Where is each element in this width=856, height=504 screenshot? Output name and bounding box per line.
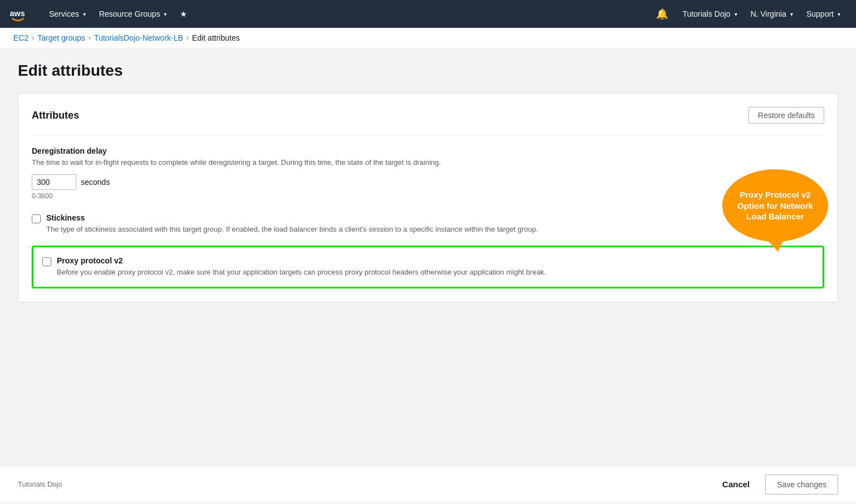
deregistration-input-row: seconds bbox=[32, 174, 824, 190]
tutorials-dojo-chevron-icon: ▾ bbox=[735, 11, 737, 17]
speech-bubble: Proxy Protocol v2 Option for Network Loa… bbox=[722, 169, 828, 242]
nav-support[interactable]: Support ▾ bbox=[800, 0, 847, 28]
nav-resource-groups[interactable]: Resource Groups ▾ bbox=[93, 0, 174, 28]
breadcrumb-target-groups[interactable]: Target groups bbox=[37, 33, 85, 42]
nav-services[interactable]: Services ▾ bbox=[42, 0, 93, 28]
proxy-protocol-section: Proxy Protocol v2 Option for Network Loa… bbox=[32, 246, 824, 288]
card-title: Attributes bbox=[32, 110, 79, 121]
breadcrumb-lb[interactable]: TutorialsDojo-Network-LB bbox=[94, 33, 183, 42]
deregistration-title: Deregistration delay bbox=[32, 146, 824, 155]
breadcrumb-sep-2: › bbox=[89, 34, 91, 42]
nav-region[interactable]: N. Virginia ▾ bbox=[744, 0, 800, 28]
stickiness-label: Stickiness bbox=[46, 213, 538, 222]
stickiness-row: Stickiness The type of stickiness associ… bbox=[32, 213, 824, 234]
resource-groups-chevron-icon: ▾ bbox=[164, 11, 167, 17]
breadcrumb: EC2 › Target groups › TutorialsDojo-Netw… bbox=[0, 28, 856, 48]
deregistration-desc: The time to wait for in-flight requests … bbox=[32, 158, 824, 168]
nav-tutorials-dojo[interactable]: Tutorials Dojo ▾ bbox=[676, 0, 744, 28]
breadcrumb-sep-1: › bbox=[32, 34, 34, 42]
svg-text:aws: aws bbox=[10, 9, 25, 18]
footer: Tutorials Dojo Cancel Save changes bbox=[0, 466, 856, 502]
footer-actions: Cancel Save changes bbox=[716, 474, 838, 495]
nav-right: 🔔 Tutorials Dojo ▾ N. Virginia ▾ Support… bbox=[648, 0, 847, 28]
stickiness-desc: The type of stickiness associated with t… bbox=[46, 224, 538, 234]
stickiness-checkbox[interactable] bbox=[32, 214, 41, 223]
speech-bubble-container: Proxy Protocol v2 Option for Network Loa… bbox=[722, 169, 834, 242]
bell-icon[interactable]: 🔔 bbox=[648, 0, 676, 28]
proxy-protocol-content: Proxy protocol v2 Before you enable prox… bbox=[57, 256, 546, 277]
save-changes-button[interactable]: Save changes bbox=[765, 474, 838, 495]
proxy-protocol-label: Proxy protocol v2 bbox=[57, 256, 546, 265]
bookmark-icon: ★ bbox=[180, 9, 187, 18]
page-content: Edit attributes Attributes Restore defau… bbox=[0, 48, 856, 466]
breadcrumb-ec2[interactable]: EC2 bbox=[13, 33, 28, 42]
attributes-card: Attributes Restore defaults Deregistrati… bbox=[18, 93, 838, 302]
breadcrumb-current: Edit attributes bbox=[192, 33, 240, 42]
support-chevron-icon: ▾ bbox=[838, 11, 840, 17]
stickiness-section: Stickiness The type of stickiness associ… bbox=[32, 213, 824, 234]
navbar: aws Services ▾ Resource Groups ▾ ★ 🔔 Tut… bbox=[0, 0, 856, 28]
proxy-protocol-row: Proxy protocol v2 Before you enable prox… bbox=[42, 256, 814, 277]
nav-bookmark[interactable]: ★ bbox=[173, 0, 194, 28]
divider bbox=[32, 135, 824, 135]
region-chevron-icon: ▾ bbox=[790, 11, 793, 17]
deregistration-section: Deregistration delay The time to wait fo… bbox=[32, 146, 824, 200]
aws-logo[interactable]: aws bbox=[9, 5, 36, 23]
speech-bubble-text: Proxy Protocol v2 Option for Network Loa… bbox=[731, 189, 819, 222]
restore-defaults-button[interactable]: Restore defaults bbox=[748, 107, 824, 124]
services-chevron-icon: ▾ bbox=[83, 11, 86, 17]
proxy-protocol-desc: Before you enable proxy protocol v2, mak… bbox=[57, 267, 546, 277]
deregistration-range: 0-3600 bbox=[32, 192, 824, 200]
deregistration-unit: seconds bbox=[81, 178, 110, 187]
deregistration-input[interactable] bbox=[32, 174, 76, 190]
proxy-protocol-checkbox[interactable] bbox=[42, 257, 51, 266]
footer-brand: Tutorials Dojo bbox=[18, 480, 62, 488]
stickiness-content: Stickiness The type of stickiness associ… bbox=[46, 213, 538, 234]
page-title: Edit attributes bbox=[18, 62, 838, 80]
card-header: Attributes Restore defaults bbox=[32, 107, 824, 124]
cancel-button[interactable]: Cancel bbox=[716, 475, 756, 493]
breadcrumb-sep-3: › bbox=[187, 34, 189, 42]
